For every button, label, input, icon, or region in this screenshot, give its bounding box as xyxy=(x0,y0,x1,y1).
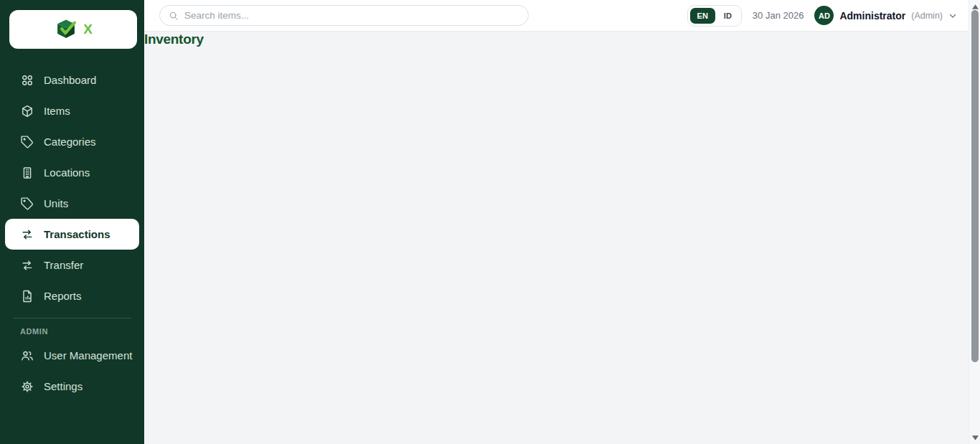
app-title: InventoryX xyxy=(83,22,92,37)
report-document-icon xyxy=(20,289,34,303)
scroll-down-arrow[interactable] xyxy=(969,433,980,443)
sidebar-item-user-management[interactable]: User Management xyxy=(5,340,139,371)
sidebar-item-units[interactable]: Units xyxy=(5,188,139,219)
logo-box-icon xyxy=(54,17,78,42)
sidebar-item-label: Items xyxy=(44,105,70,117)
sidebar-item-settings[interactable]: Settings xyxy=(5,371,139,402)
users-icon xyxy=(20,349,34,363)
sidebar-item-label: Categories xyxy=(44,136,96,148)
user-menu[interactable]: AD Administrator (Admin) xyxy=(814,6,957,25)
building-icon xyxy=(20,166,34,180)
app-logo[interactable]: InventoryX xyxy=(9,10,137,49)
sidebar-divider xyxy=(13,318,131,318)
lang-id-button[interactable]: ID xyxy=(717,8,739,24)
tag-icon xyxy=(20,197,34,211)
sidebar-item-reports[interactable]: Reports xyxy=(5,280,139,311)
sidebar-item-label: Reports xyxy=(44,290,82,302)
language-toggle: EN ID xyxy=(687,5,742,27)
sidebar-item-label: Locations xyxy=(44,166,90,179)
search-input[interactable] xyxy=(184,10,519,21)
global-search xyxy=(159,5,529,26)
sidebar-item-label: Transfer xyxy=(44,259,83,271)
sidebar-item-categories[interactable]: Categories xyxy=(5,126,139,157)
sidebar-item-locations[interactable]: Locations xyxy=(5,157,139,188)
sidebar-item-label: Dashboard xyxy=(44,74,96,86)
sidebar-section-admin: ADMIN xyxy=(0,324,144,340)
sidebar-item-label: Settings xyxy=(44,380,83,392)
sidebar-item-transactions[interactable]: Transactions xyxy=(5,219,139,250)
sidebar-item-transfer[interactable]: Transfer xyxy=(5,250,139,280)
sidebar-item-items[interactable]: Items xyxy=(5,95,139,126)
topbar: EN ID 30 Jan 2026 AD Administrator (Admi… xyxy=(144,0,969,32)
sidebar-item-label: Transactions xyxy=(44,228,110,240)
sidebar-item-label: User Management xyxy=(44,349,132,362)
lang-en-button[interactable]: EN xyxy=(690,8,715,24)
user-role: (Admin) xyxy=(911,11,943,21)
avatar: AD xyxy=(814,6,834,25)
chevron-down-icon xyxy=(948,11,957,20)
transfer-arrows-icon xyxy=(20,227,34,242)
search-icon xyxy=(169,11,179,21)
sidebar-item-dashboard[interactable]: Dashboard xyxy=(5,65,139,95)
user-name: Administrator xyxy=(839,10,905,22)
tag-icon xyxy=(20,135,34,149)
scrollbar-thumb[interactable] xyxy=(971,10,979,362)
gear-icon xyxy=(20,379,34,394)
window-scrollbar xyxy=(969,0,980,444)
sidebar-item-label: Units xyxy=(44,197,68,209)
triangle-up-icon xyxy=(972,4,979,9)
dashboard-icon xyxy=(20,73,34,88)
transfer-arrows-icon xyxy=(20,258,34,273)
cube-icon xyxy=(20,104,34,118)
triangle-down-icon xyxy=(972,435,979,440)
current-date: 30 Jan 2026 xyxy=(753,10,804,21)
sidebar: InventoryX Dashboard Items Categories Lo… xyxy=(0,0,144,444)
